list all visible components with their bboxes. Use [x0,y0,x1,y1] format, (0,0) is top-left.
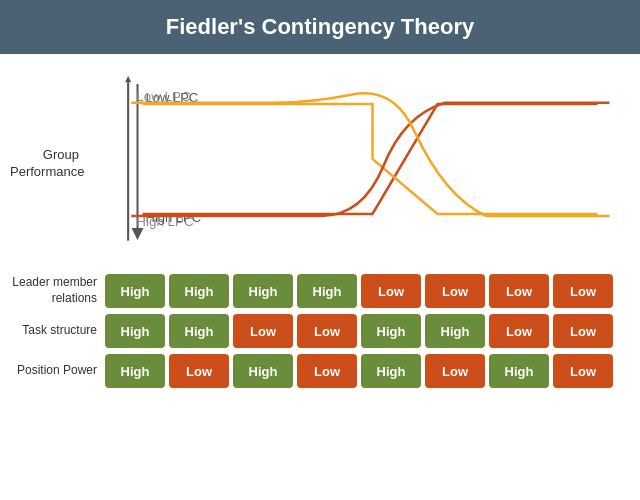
cell: Low [425,274,485,308]
performance-chart-overlay: Low LPC High LPC [85,74,630,254]
y-axis-label: GroupPerformance [10,147,85,181]
chart-area: GroupPerformance Low LPC High LPC [10,64,630,264]
row-label-0: Leader memberrelations [10,275,105,306]
cell: Low [553,274,613,308]
cell: High [425,314,485,348]
cell: High [105,274,165,308]
chart-container: Low LPC High LPC [85,74,630,254]
cell: High [233,274,293,308]
page-title: Fiedler's Contingency Theory [0,0,640,54]
cell: Low [297,354,357,388]
svg-marker-4 [125,76,131,82]
cell: Low [553,354,613,388]
cell: High [105,354,165,388]
cell: Low [425,354,485,388]
cell: Low [489,274,549,308]
cell: High [105,314,165,348]
cell: High [489,354,549,388]
table-row: Leader memberrelations High High High Hi… [10,274,630,308]
cell: Low [361,274,421,308]
cell: Low [297,314,357,348]
cell: Low [169,354,229,388]
cell: Low [553,314,613,348]
table-row: Task structure High High Low Low High Hi… [10,314,630,348]
cell: High [361,314,421,348]
svg-text:Low LPC: Low LPC [136,89,191,104]
cells-row-1: High High Low Low High High Low Low [105,314,613,348]
cells-row-2: High Low High Low High Low High Low [105,354,613,388]
cell: High [233,354,293,388]
cell: Low [489,314,549,348]
cell: High [361,354,421,388]
row-label-2: Position Power [10,363,105,379]
cell: High [169,314,229,348]
row-label-1: Task structure [10,323,105,339]
cell: Low [233,314,293,348]
table-row: Position Power High Low High Low High Lo… [10,354,630,388]
table-area: Leader memberrelations High High High Hi… [10,274,630,394]
cell: High [169,274,229,308]
cells-row-0: High High High High Low Low Low Low [105,274,613,308]
cell: High [297,274,357,308]
